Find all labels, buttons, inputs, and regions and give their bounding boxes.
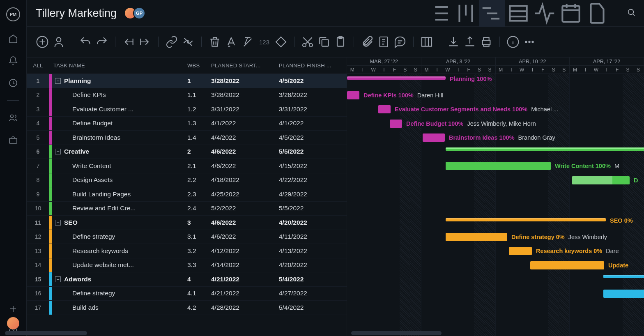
add-button[interactable] bbox=[36, 35, 49, 48]
text-style-button[interactable] bbox=[225, 35, 238, 48]
gantt-bar[interactable]: Brainstorm Ideas 100%Brandon Gray bbox=[423, 133, 445, 142]
gantt-bar[interactable]: D bbox=[572, 176, 630, 184]
unlink-button[interactable] bbox=[182, 35, 195, 48]
board-view-tab[interactable] bbox=[453, 0, 479, 27]
task-row[interactable]: 7Write Content2.14/6/20224/15/2022 bbox=[27, 159, 347, 173]
task-row[interactable]: 17Build ads4.24/28/20225/4/2022 bbox=[27, 301, 347, 315]
gantt-bar[interactable] bbox=[603, 275, 644, 278]
gantt-bar[interactable] bbox=[446, 147, 644, 151]
bar-task-label: Update bbox=[608, 262, 628, 269]
gantt-bar[interactable]: Define KPIs 100%Daren Hill bbox=[347, 91, 359, 99]
task-name-cell: Define strategy bbox=[55, 233, 187, 240]
task-row[interactable]: 11−SEO34/6/20224/20/2022 bbox=[27, 216, 347, 230]
delete-button[interactable] bbox=[208, 35, 221, 48]
notes-button[interactable] bbox=[377, 35, 390, 48]
avatar-2[interactable]: GP bbox=[133, 7, 145, 19]
gantt-bar[interactable]: Define Budget 100%Jess Wimberly, Mike Ho… bbox=[390, 120, 402, 128]
more-button[interactable] bbox=[523, 35, 536, 48]
gantt-view-tab[interactable] bbox=[479, 0, 505, 27]
collapse-icon[interactable]: − bbox=[55, 220, 61, 226]
search-icon[interactable] bbox=[627, 8, 636, 18]
team-icon[interactable] bbox=[8, 113, 18, 123]
gantt-bar[interactable]: Planning 100% bbox=[347, 76, 446, 80]
task-row[interactable]: 10Review and Edit Cre...2.45/2/20225/5/2… bbox=[27, 202, 347, 216]
attach-button[interactable] bbox=[361, 35, 374, 48]
gantt-bar[interactable]: Update bbox=[530, 261, 604, 269]
cut-button[interactable] bbox=[301, 35, 314, 48]
bar-assignee: Jess Wimberly, Mike Horn bbox=[467, 120, 536, 127]
redo-button[interactable] bbox=[95, 35, 108, 48]
comment-button[interactable] bbox=[393, 35, 407, 48]
link-button[interactable] bbox=[165, 35, 178, 48]
wbs-cell: 4 bbox=[187, 276, 211, 283]
task-row[interactable]: 9Build Landing Pages2.34/25/20224/29/202… bbox=[27, 187, 347, 202]
assign-button[interactable] bbox=[52, 35, 65, 48]
task-row[interactable]: 16Define strategy4.14/21/20224/27/2022 bbox=[27, 287, 347, 301]
import-button[interactable] bbox=[447, 35, 460, 48]
task-row[interactable]: 8Design Assets2.24/18/20224/22/2022 bbox=[27, 173, 347, 188]
print-button[interactable] bbox=[480, 35, 493, 48]
briefcase-icon[interactable] bbox=[8, 135, 18, 145]
columns-button[interactable] bbox=[420, 35, 433, 48]
table-scrollbar[interactable] bbox=[27, 331, 87, 335]
paste-button[interactable] bbox=[334, 35, 347, 48]
gantt-bar[interactable]: Evaluate Customer Segments and Needs 100… bbox=[378, 105, 391, 113]
gantt-bar[interactable]: Define strategy 0%Jess Wimberly bbox=[446, 233, 507, 241]
task-row[interactable]: 3Evaluate Customer ...1.23/31/20223/31/2… bbox=[27, 102, 347, 117]
collapse-icon[interactable]: − bbox=[55, 149, 61, 154]
gantt-bar[interactable]: Research keywords 0%Dare bbox=[509, 247, 532, 255]
milestone-button[interactable] bbox=[274, 35, 288, 48]
gantt-scrollbar[interactable] bbox=[351, 331, 442, 335]
gantt-row: D bbox=[347, 173, 644, 188]
svg-point-20 bbox=[531, 41, 534, 43]
home-icon[interactable] bbox=[8, 34, 18, 44]
collapse-icon[interactable]: − bbox=[55, 276, 61, 282]
clock-icon[interactable] bbox=[8, 78, 18, 88]
task-row[interactable]: 6−Creative24/6/20225/5/2022 bbox=[27, 145, 347, 159]
undo-button[interactable] bbox=[79, 35, 92, 48]
wbs-cell: 2.3 bbox=[187, 191, 211, 198]
copy-button[interactable] bbox=[317, 35, 331, 48]
day-label: S bbox=[410, 66, 421, 74]
app-logo[interactable]: PM bbox=[6, 7, 20, 21]
outdent-button[interactable] bbox=[122, 35, 135, 48]
col-wbs[interactable]: WBS bbox=[187, 62, 211, 69]
task-name: Define Budget bbox=[72, 120, 113, 127]
plus-icon[interactable] bbox=[8, 304, 18, 314]
clear-format-button[interactable] bbox=[241, 35, 254, 48]
activity-view-tab[interactable] bbox=[531, 0, 558, 27]
col-name[interactable]: TASK NAME bbox=[49, 62, 187, 69]
task-row[interactable]: 5Brainstorm Ideas1.44/4/20224/5/2022 bbox=[27, 131, 347, 145]
task-row[interactable]: 13Research keywords3.24/12/20224/13/2022 bbox=[27, 244, 347, 258]
table-view-tab[interactable] bbox=[505, 0, 531, 27]
col-finish[interactable]: PLANNED FINISH ... bbox=[279, 62, 347, 69]
task-row[interactable]: 12Define strategy3.14/6/20224/11/2022 bbox=[27, 230, 347, 244]
task-row[interactable]: 15−Adwords44/21/20225/4/2022 bbox=[27, 272, 347, 287]
svg-rect-16 bbox=[483, 40, 490, 45]
export-button[interactable] bbox=[463, 35, 476, 48]
gantt-bar[interactable]: Write Content 100%M bbox=[446, 162, 551, 170]
task-row[interactable]: 2Define KPIs1.13/28/20223/28/2022 bbox=[27, 88, 347, 103]
task-name: Planning bbox=[64, 77, 91, 85]
bell-icon[interactable] bbox=[8, 56, 18, 66]
calendar-view-tab[interactable] bbox=[558, 0, 584, 27]
list-view-tab[interactable] bbox=[426, 0, 453, 27]
start-cell: 4/1/2022 bbox=[211, 120, 279, 127]
task-name: Research keywords bbox=[72, 247, 128, 255]
file-view-tab[interactable] bbox=[584, 0, 610, 27]
avatar-2-text: GP bbox=[136, 11, 143, 16]
bar-task-label: D bbox=[634, 177, 638, 184]
task-row[interactable]: 14Update website met...3.34/14/20224/20/… bbox=[27, 258, 347, 273]
col-start[interactable]: PLANNED START... bbox=[211, 62, 279, 69]
col-all[interactable]: ALL bbox=[27, 62, 49, 69]
task-row[interactable]: 1−Planning13/28/20224/5/2022 bbox=[27, 74, 347, 88]
collapse-icon[interactable]: − bbox=[55, 78, 61, 84]
task-row[interactable]: 4Define Budget1.34/1/20224/1/2022 bbox=[27, 117, 347, 131]
indent-button[interactable] bbox=[138, 35, 152, 48]
gantt-bar[interactable] bbox=[603, 290, 644, 298]
task-name-cell: −Adwords bbox=[55, 276, 187, 283]
user-avatar[interactable] bbox=[7, 317, 19, 329]
info-button[interactable] bbox=[506, 35, 520, 48]
finish-cell: 3/28/2022 bbox=[279, 91, 347, 99]
gantt-bar[interactable]: SEO 0% bbox=[446, 218, 606, 221]
